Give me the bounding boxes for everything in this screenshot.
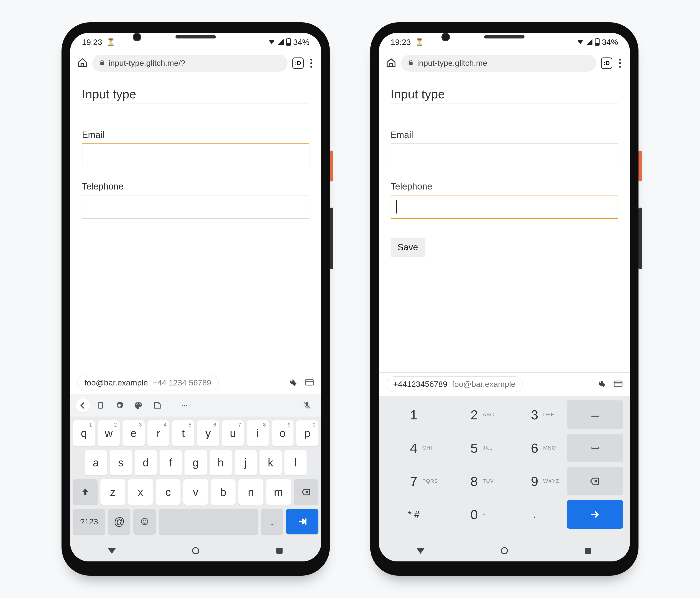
key-[interactable]: –: [567, 400, 624, 429]
period-key[interactable]: .: [261, 509, 283, 534]
symbols-key[interactable]: ?123: [73, 509, 105, 534]
space-key[interactable]: [159, 509, 258, 534]
key-k[interactable]: k: [259, 450, 282, 475]
key-6[interactable]: 6MNO: [506, 434, 563, 462]
key-p[interactable]: p0: [296, 420, 319, 446]
card-icon[interactable]: [613, 379, 623, 390]
tab-count[interactable]: :D: [601, 57, 612, 69]
backspace-key[interactable]: [567, 467, 624, 495]
overflow-menu-icon[interactable]: [308, 59, 314, 68]
key-z[interactable]: z: [100, 479, 125, 505]
telephone-field[interactable]: [391, 195, 618, 219]
key-1[interactable]: 1: [385, 400, 442, 429]
key-icon[interactable]: [289, 378, 298, 388]
key-m[interactable]: m: [266, 479, 291, 505]
palette-icon[interactable]: [130, 398, 147, 413]
volume-button[interactable]: [639, 207, 642, 269]
toolbar-divider: [171, 400, 171, 411]
key-t[interactable]: t5: [172, 420, 194, 446]
url-bar[interactable]: input-type.glitch.me/?: [92, 55, 288, 72]
home-icon[interactable]: [386, 57, 396, 69]
nav-home-icon[interactable]: [191, 546, 200, 555]
key-u[interactable]: u7: [222, 420, 244, 446]
speaker-grille: [484, 35, 525, 39]
key-w[interactable]: w2: [98, 420, 120, 446]
card-icon[interactable]: [305, 378, 314, 388]
shift-key[interactable]: [73, 479, 98, 505]
key-c[interactable]: c: [156, 479, 180, 505]
autofill-primary: +44123456789: [393, 379, 447, 389]
keyboard-back-icon[interactable]: [76, 398, 90, 413]
svg-rect-13: [614, 382, 622, 383]
key-s[interactable]: s: [110, 450, 132, 475]
power-button[interactable]: [330, 151, 333, 181]
key-4[interactable]: 4GHI: [385, 434, 442, 462]
nav-recent-icon[interactable]: [275, 546, 284, 555]
key-y[interactable]: y6: [197, 420, 219, 446]
key-n[interactable]: n: [239, 479, 263, 505]
key-f[interactable]: f: [159, 450, 182, 475]
key-icon[interactable]: [598, 379, 607, 390]
gear-icon[interactable]: [111, 398, 128, 413]
key-9[interactable]: 9WXYZ: [506, 467, 563, 495]
nav-home-icon[interactable]: [500, 546, 509, 555]
key-q[interactable]: q1: [73, 420, 95, 446]
key-[interactable]: .: [506, 500, 563, 529]
power-button[interactable]: [639, 151, 642, 181]
tab-count[interactable]: :D: [292, 57, 304, 69]
telephone-field[interactable]: [82, 195, 309, 219]
key-e[interactable]: e3: [123, 420, 145, 446]
space-key[interactable]: [567, 434, 624, 462]
svg-rect-3: [99, 402, 102, 403]
enter-key[interactable]: [567, 500, 624, 529]
page-content: Input type Email Telephone Save: [379, 75, 630, 372]
key-h[interactable]: h: [210, 450, 232, 475]
key-0[interactable]: 0+: [446, 500, 503, 529]
key-v[interactable]: v: [183, 479, 208, 505]
key-8[interactable]: 8TUV: [446, 467, 503, 495]
overflow-menu-icon[interactable]: [617, 59, 623, 68]
clipboard-icon[interactable]: [92, 398, 109, 413]
key-3[interactable]: 3DEF: [506, 400, 563, 429]
save-button[interactable]: Save: [391, 238, 425, 257]
autofill-chip[interactable]: foo@bar.example +44 1234 56789: [77, 375, 219, 391]
key-l[interactable]: l: [284, 450, 306, 475]
svg-rect-1: [305, 381, 313, 382]
nav-recent-icon[interactable]: [583, 546, 593, 555]
backspace-key[interactable]: [294, 479, 319, 505]
phone-right: 19:23 ⏳ 34% input-type.glitch.me: [370, 22, 639, 576]
lock-icon: [99, 58, 105, 68]
autofill-chip[interactable]: +44123456789 foo@bar.example: [386, 376, 523, 392]
telephone-label: Telephone: [82, 181, 309, 192]
key-r[interactable]: r4: [147, 420, 170, 446]
key-[interactable]: * #: [385, 500, 442, 529]
email-field[interactable]: [391, 144, 618, 167]
key-j[interactable]: j: [234, 450, 257, 475]
mic-off-icon[interactable]: [298, 398, 316, 413]
enter-key[interactable]: [286, 509, 319, 534]
home-icon[interactable]: [77, 57, 88, 69]
key-7[interactable]: 7PQRS: [385, 467, 442, 495]
at-key[interactable]: @: [108, 509, 130, 534]
key-a[interactable]: a: [85, 450, 107, 475]
sticker-icon[interactable]: [149, 398, 166, 413]
battery-percent: 34%: [293, 38, 309, 47]
key-5[interactable]: 5JKL: [446, 434, 503, 462]
svg-point-5: [184, 405, 185, 406]
volume-button[interactable]: [330, 207, 333, 269]
battery-icon: [286, 39, 291, 46]
key-b[interactable]: b: [211, 479, 235, 505]
key-g[interactable]: g: [184, 450, 206, 475]
key-i[interactable]: i8: [247, 420, 269, 446]
nav-back-icon[interactable]: [416, 546, 425, 555]
email-label: Email: [82, 130, 309, 140]
url-bar[interactable]: input-type.glitch.me: [401, 55, 596, 72]
key-x[interactable]: x: [128, 479, 153, 505]
emoji-key[interactable]: [133, 509, 155, 534]
email-field[interactable]: [82, 144, 309, 167]
more-icon[interactable]: [176, 398, 193, 413]
nav-back-icon[interactable]: [107, 546, 117, 555]
key-2[interactable]: 2ABC: [446, 400, 503, 429]
key-o[interactable]: o9: [272, 420, 294, 446]
key-d[interactable]: d: [135, 450, 157, 475]
